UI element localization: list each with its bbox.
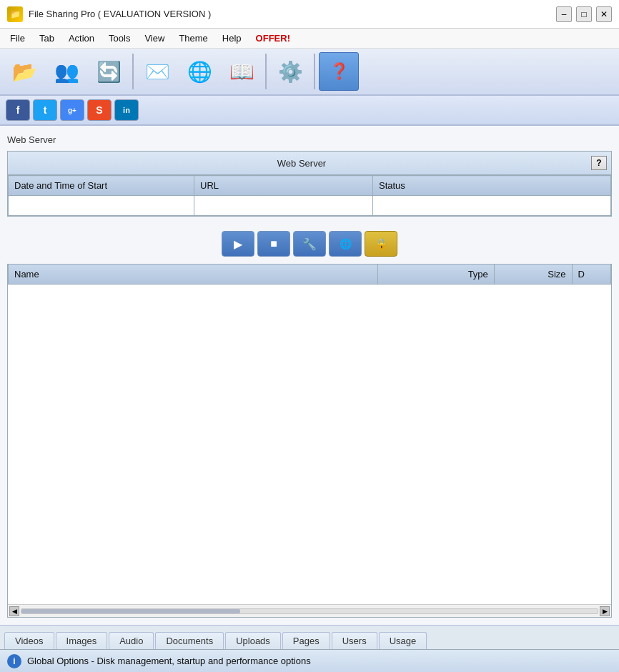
tab-images[interactable]: Images bbox=[56, 632, 108, 649]
window-title: File Sharing Pro ( EVALUATION VERSION ) bbox=[29, 9, 211, 19]
section-title: Web Server bbox=[7, 133, 612, 147]
menu-help[interactable]: Help bbox=[215, 31, 249, 46]
file-list-body bbox=[8, 285, 611, 604]
status-bar: i Global Options - Disk management, star… bbox=[0, 649, 619, 672]
close-button[interactable]: ✕ bbox=[596, 6, 612, 22]
action-buttons-row: ▶ ■ 🔧 🌐 🔒 bbox=[7, 224, 612, 264]
col-url: URL bbox=[194, 176, 373, 196]
play-icon: ▶ bbox=[234, 237, 242, 251]
toolbar-email[interactable]: ✉️ bbox=[137, 52, 177, 91]
file-list-panel: Name Type Size D ◀ ▶ bbox=[7, 264, 612, 618]
col-datetime: Date and Time of Start bbox=[9, 176, 194, 196]
cell-status bbox=[373, 196, 611, 216]
tab-audio[interactable]: Audio bbox=[109, 632, 154, 649]
tab-uploads[interactable]: Uploads bbox=[225, 632, 281, 649]
file-list-table: Name Type Size D bbox=[8, 265, 611, 285]
cell-datetime bbox=[9, 196, 194, 216]
social-linkedin-button[interactable]: in bbox=[114, 99, 139, 121]
toolbar-globe[interactable]: 🌐 bbox=[179, 52, 219, 91]
refresh-icon: 🔄 bbox=[91, 54, 126, 89]
file-list-empty bbox=[8, 285, 611, 499]
menu-theme[interactable]: Theme bbox=[172, 31, 214, 46]
social-google-button[interactable]: g+ bbox=[60, 99, 84, 121]
toolbar-refresh[interactable]: 🔄 bbox=[89, 52, 129, 91]
stop-button[interactable]: ■ bbox=[257, 231, 290, 257]
lock-button[interactable]: 🔒 bbox=[365, 231, 397, 257]
web-server-panel: Web Server ? Date and Time of Start URL … bbox=[7, 151, 612, 217]
main-toolbar: 📂 👥 🔄 ✉️ 🌐 📖 ⚙️ ❓ bbox=[0, 49, 619, 96]
stop-icon: ■ bbox=[270, 237, 277, 250]
settings-icon: ⚙️ bbox=[273, 54, 307, 89]
window-controls: – □ ✕ bbox=[556, 6, 612, 22]
status-text: Global Options - Disk management, startu… bbox=[27, 656, 311, 666]
social-twitter-button[interactable]: t bbox=[33, 99, 57, 121]
linkedin-icon: in bbox=[123, 106, 130, 114]
browser-icon: 🌐 bbox=[340, 238, 352, 249]
globe-icon: 🌐 bbox=[182, 54, 217, 89]
menu-tab[interactable]: Tab bbox=[32, 31, 61, 46]
play-button[interactable]: ▶ bbox=[222, 231, 254, 257]
menu-file[interactable]: File bbox=[3, 31, 32, 46]
web-server-help-button[interactable]: ? bbox=[591, 156, 607, 170]
web-server-section: Web Server Web Server ? Date and Time of… bbox=[7, 133, 612, 217]
open-browser-button[interactable]: 🌐 bbox=[329, 231, 362, 257]
table-header-row: Date and Time of Start URL Status bbox=[9, 176, 611, 196]
web-server-table: Date and Time of Start URL Status bbox=[8, 175, 611, 216]
title-bar: 📁 File Sharing Pro ( EVALUATION VERSION … bbox=[0, 0, 619, 29]
wrench-icon: 🔧 bbox=[302, 237, 317, 251]
lock-icon: 🔒 bbox=[375, 238, 387, 249]
cell-url bbox=[194, 196, 373, 216]
menu-offer[interactable]: OFFER! bbox=[249, 31, 297, 46]
scroll-thumb[interactable] bbox=[21, 609, 240, 613]
twitter-icon: t bbox=[44, 104, 47, 116]
scroll-right-arrow[interactable]: ▶ bbox=[600, 606, 610, 616]
col-name: Name bbox=[9, 265, 378, 285]
tab-pages[interactable]: Pages bbox=[282, 632, 330, 649]
social-facebook-button[interactable]: f bbox=[6, 99, 30, 121]
col-size: Size bbox=[494, 265, 572, 285]
tab-bar: Videos Images Audio Documents Uploads Pa… bbox=[0, 625, 619, 649]
configure-button[interactable]: 🔧 bbox=[293, 231, 326, 257]
social-stumble-button[interactable]: S bbox=[87, 99, 112, 121]
tab-videos[interactable]: Videos bbox=[4, 632, 54, 649]
menu-view[interactable]: View bbox=[137, 31, 172, 46]
facebook-icon: f bbox=[16, 104, 20, 116]
folder-open-icon: 📂 bbox=[7, 54, 41, 89]
col-type: Type bbox=[377, 265, 494, 285]
web-server-header: Web Server ? bbox=[8, 152, 611, 175]
toolbar-open-folder[interactable]: 📂 bbox=[4, 52, 44, 91]
toolbar-settings[interactable]: ⚙️ bbox=[270, 52, 310, 91]
col-status: Status bbox=[373, 176, 611, 196]
minimize-button[interactable]: – bbox=[556, 6, 572, 22]
tab-usage[interactable]: Usage bbox=[379, 632, 427, 649]
users-icon: 👥 bbox=[49, 54, 84, 89]
table-row bbox=[9, 196, 611, 216]
book-icon: 📖 bbox=[224, 54, 259, 89]
main-content: Web Server Web Server ? Date and Time of… bbox=[0, 126, 619, 625]
stumble-icon: S bbox=[96, 104, 102, 116]
help-icon: ❓ bbox=[322, 54, 356, 89]
title-bar-left: 📁 File Sharing Pro ( EVALUATION VERSION … bbox=[7, 6, 211, 22]
toolbar-sep-3 bbox=[314, 54, 315, 89]
status-info-icon: i bbox=[7, 654, 21, 668]
toolbar-users[interactable]: 👥 bbox=[46, 52, 86, 91]
toolbar-help[interactable]: ❓ bbox=[319, 52, 359, 91]
app-icon: 📁 bbox=[7, 6, 23, 22]
social-toolbar: f t g+ S in bbox=[0, 96, 619, 126]
menu-action[interactable]: Action bbox=[61, 31, 101, 46]
web-server-panel-title: Web Server bbox=[12, 158, 591, 169]
tab-users[interactable]: Users bbox=[332, 632, 377, 649]
maximize-button[interactable]: □ bbox=[576, 6, 592, 22]
menu-bar: File Tab Action Tools View Theme Help OF… bbox=[0, 29, 619, 49]
toolbar-book[interactable]: 📖 bbox=[222, 52, 262, 91]
email-icon: ✉️ bbox=[140, 54, 174, 89]
menu-tools[interactable]: Tools bbox=[101, 31, 137, 46]
scroll-track[interactable] bbox=[21, 608, 598, 614]
tab-documents[interactable]: Documents bbox=[155, 632, 224, 649]
scroll-left-arrow[interactable]: ◀ bbox=[9, 606, 19, 616]
file-table-header-row: Name Type Size D bbox=[9, 265, 611, 285]
google-icon: g+ bbox=[68, 107, 76, 114]
horizontal-scrollbar[interactable]: ◀ ▶ bbox=[8, 604, 611, 617]
col-d: D bbox=[572, 265, 610, 285]
toolbar-sep-1 bbox=[132, 54, 134, 89]
